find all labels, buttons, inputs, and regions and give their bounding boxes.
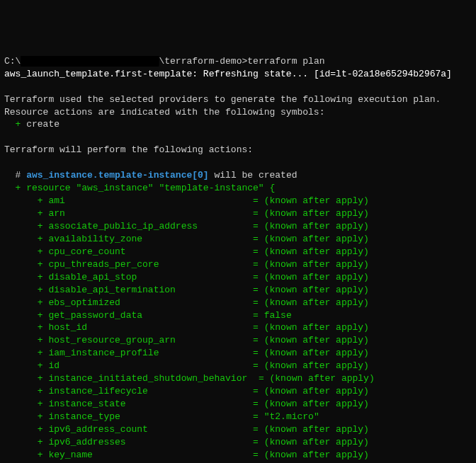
plus-icon: + (4, 246, 48, 257)
attribute-name: get_password_data (48, 310, 247, 321)
resource-address: aws_instance.template-instance[0] (26, 170, 208, 181)
refresh-resource: aws_launch_template.first-template (4, 69, 192, 79)
resource-declaration: resource "aws_instance" "template-instan… (21, 183, 275, 193)
attribute-value: (known after apply) (264, 450, 369, 460)
equals-sign: = (247, 335, 264, 345)
equals-sign: = (247, 399, 264, 409)
attribute-name: ebs_optimized (48, 297, 247, 308)
resource-comment: # aws_instance.template-instance[0] will… (4, 169, 472, 182)
attribute-name: instance_lifecycle (48, 386, 247, 396)
attribute-row: + id = (known after apply) (4, 360, 472, 372)
attribute-name: disable_api_termination (48, 285, 247, 295)
plus-icon: + (4, 411, 48, 422)
attribute-name: disable_api_stop (48, 272, 247, 282)
equals-sign: = (247, 272, 264, 282)
plus-icon: + (4, 221, 48, 232)
attribute-row: + iam_instance_profile = (known after ap… (4, 347, 472, 360)
resource-open: + resource "aws_instance" "template-inst… (4, 182, 472, 195)
plus-icon: + (4, 310, 48, 321)
attribute-name: cpu_threads_per_core (48, 259, 247, 270)
plus-icon: + (4, 297, 48, 308)
refresh-state-line: aws_launch_template.first-template: Refr… (4, 68, 472, 81)
attribute-name: id (48, 360, 247, 371)
equals-sign: = (247, 297, 264, 308)
plus-icon: + (4, 360, 48, 371)
plus-icon: + (4, 450, 48, 460)
attribute-value: (known after apply) (264, 297, 369, 308)
plus-icon: + (4, 399, 48, 409)
attribute-row: + ami = (known after apply) (4, 195, 472, 207)
attribute-row: + ipv6_addresses = (known after apply) (4, 436, 472, 449)
attribute-value: "t2.micro" (264, 411, 319, 422)
plus-icon: + (4, 424, 48, 435)
attribute-row: + host_id = (known after apply) (4, 321, 472, 334)
attribute-row: + availability_zone = (known after apply… (4, 233, 472, 246)
attribute-row: + instance_initiated_shutdown_behavior =… (4, 372, 472, 385)
attribute-name: ipv6_addresses (48, 437, 247, 447)
attribute-value: (known after apply) (264, 285, 369, 295)
attribute-value: (known after apply) (264, 195, 369, 206)
create-symbol: + (4, 119, 21, 130)
plus-icon: + (4, 285, 48, 295)
equals-sign: = (247, 195, 264, 206)
equals-sign: = (247, 322, 264, 333)
intro-line-2: Resource actions are indicated with the … (4, 107, 324, 118)
intro-line-1: Terraform used the selected providers to… (4, 94, 441, 105)
attribute-name: associate_public_ip_address (48, 221, 247, 232)
plus-icon: + (4, 234, 48, 244)
attribute-value: (known after apply) (264, 437, 369, 447)
attribute-row: + ipv6_address_count = (known after appl… (4, 423, 472, 436)
attribute-row: + cpu_core_count = (known after apply) (4, 246, 472, 258)
actions-header: Terraform will perform the following act… (4, 144, 472, 156)
equals-sign: = (247, 450, 264, 460)
plus-icon: + (4, 183, 21, 193)
prompt-line: C:\█████████████████████████\terraform-d… (4, 55, 472, 68)
attribute-name: key_name (48, 450, 247, 460)
attribute-value: false (264, 310, 292, 321)
attribute-row: + get_password_data = false (4, 309, 472, 322)
attribute-name: availability_zone (48, 234, 247, 244)
attribute-value: (known after apply) (264, 335, 369, 345)
attribute-value: (known after apply) (264, 360, 369, 371)
attribute-value: (known after apply) (264, 424, 369, 435)
attribute-value: (known after apply) (264, 234, 369, 244)
attribute-value: (known after apply) (264, 386, 369, 396)
prompt-drive: C:\ (4, 56, 21, 67)
attribute-value: (known after apply) (264, 221, 369, 232)
attribute-value: (known after apply) (269, 373, 374, 384)
attribute-name: ipv6_address_count (48, 424, 247, 435)
equals-sign: = (247, 386, 264, 396)
attribute-value: (known after apply) (264, 348, 369, 358)
equals-sign: = (253, 373, 269, 384)
intro-line: Terraform used the selected providers to… (4, 93, 472, 106)
plus-icon: + (4, 195, 48, 206)
equals-sign: = (247, 259, 264, 270)
attribute-name: instance_initiated_shutdown_behavior (48, 373, 253, 384)
attribute-name: ami (48, 195, 247, 206)
attribute-name: arn (48, 208, 247, 219)
actions-header: Terraform will perform the following act… (4, 144, 253, 155)
attribute-row: + disable_api_termination = (known after… (4, 284, 472, 297)
plus-icon: + (4, 259, 48, 270)
attribute-name: cpu_core_count (48, 246, 247, 257)
plus-icon: + (4, 335, 48, 345)
plus-icon: + (4, 386, 48, 396)
attribute-row: + ebs_optimized = (known after apply) (4, 297, 472, 309)
equals-sign: = (247, 360, 264, 371)
attribute-value: (known after apply) (264, 208, 369, 219)
redacted-path: █████████████████████████ (21, 56, 159, 67)
plus-icon: + (4, 322, 48, 333)
prompt-path-suffix: \terraform-demo> (159, 56, 247, 67)
attribute-value: (known after apply) (264, 272, 369, 282)
attribute-value: (known after apply) (264, 399, 369, 409)
plus-icon: + (4, 272, 48, 282)
equals-sign: = (247, 424, 264, 435)
attribute-row: + arn = (known after apply) (4, 207, 472, 220)
attribute-row: + instance_lifecycle = (known after appl… (4, 385, 472, 398)
equals-sign: = (247, 246, 264, 257)
intro-line: Resource actions are indicated with the … (4, 106, 472, 119)
attribute-row: + host_resource_group_arn = (known after… (4, 334, 472, 347)
legend-create: + create (4, 118, 472, 131)
equals-sign: = (247, 221, 264, 232)
plus-icon: + (4, 373, 48, 384)
